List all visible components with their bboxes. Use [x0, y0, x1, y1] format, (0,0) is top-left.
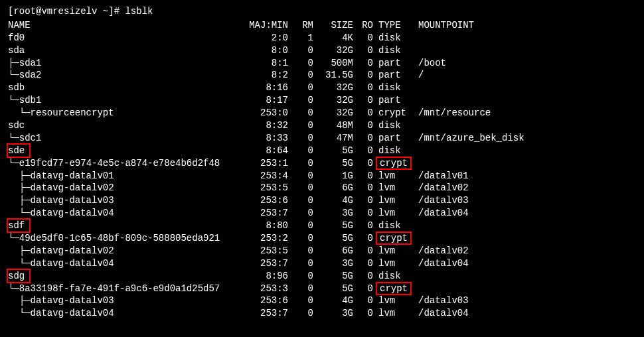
- cell-ro: 0: [357, 283, 377, 295]
- table-row: sdf8:8005G0disk: [8, 220, 636, 232]
- device-name: datavg-datalv01: [31, 170, 114, 181]
- header-ro: RO: [357, 19, 377, 32]
- highlight-box: crypt: [376, 157, 412, 170]
- device-name: datavg-datalv02: [31, 245, 114, 256]
- cell-rm: 0: [292, 232, 317, 245]
- cell-size: 5G: [317, 157, 357, 170]
- table-row: sde8:6405G0disk: [8, 145, 636, 157]
- lsblk-rows: fd02:014K0disksda8:0032G0disk├─sda18:105…: [8, 32, 636, 320]
- cell-name: fd0: [8, 32, 247, 44]
- cell-majmin: 8:80: [247, 220, 292, 232]
- cell-majmin: 253:6: [247, 194, 292, 207]
- device-name: sdg: [8, 271, 25, 281]
- cell-majmin: 8:32: [247, 119, 292, 132]
- device-name: sdc1: [19, 133, 42, 143]
- cell-rm: 0: [292, 295, 317, 307]
- table-row: sdc8:32048M0disk: [8, 119, 636, 132]
- cell-ro: 0: [357, 245, 377, 257]
- cell-name: └─resourceencrypt: [8, 107, 247, 119]
- cell-mount: [414, 119, 636, 132]
- cell-majmin: 253:7: [247, 307, 292, 320]
- cell-type: lvm: [377, 182, 414, 194]
- cell-rm: 0: [292, 270, 317, 283]
- cell-mount: [414, 157, 636, 170]
- cell-name: ├─datavg-datalv03: [8, 194, 247, 207]
- cell-name: └─49de5df0-1c65-48bf-809c-588805eda921: [8, 232, 247, 245]
- cell-size: 31.5G: [317, 69, 357, 82]
- cell-name: └─datavg-datalv04: [8, 307, 247, 320]
- table-row: ├─datavg-datalv03253:604G0lvm/datalv03: [8, 194, 636, 207]
- device-name: sde: [8, 145, 25, 156]
- cell-name: ├─sda1: [8, 57, 247, 70]
- header-rm: RM: [292, 19, 317, 32]
- cell-size: 5G: [317, 145, 357, 157]
- cell-ro: 0: [357, 182, 377, 194]
- shell-prompt: [root@vmresizelv ~]# lsblk: [8, 5, 636, 18]
- table-row: └─49de5df0-1c65-48bf-809c-588805eda92125…: [8, 232, 636, 245]
- cell-majmin: 253:2: [247, 232, 292, 245]
- cell-mount: /datalv03: [414, 295, 636, 307]
- cell-ro: 0: [357, 270, 377, 283]
- device-name: 49de5df0-1c65-48bf-809c-588805eda921: [19, 233, 220, 243]
- header-type: TYPE: [377, 19, 414, 32]
- device-name: sdb: [8, 82, 25, 93]
- cell-size: 5G: [317, 283, 357, 295]
- cell-type: lvm: [377, 207, 414, 220]
- header-size: SIZE: [317, 19, 357, 32]
- cell-type: crypt: [377, 157, 414, 170]
- cell-ro: 0: [357, 57, 377, 70]
- device-name: sda: [8, 45, 25, 56]
- tree-prefix: ├─: [8, 245, 31, 256]
- tree-prefix: └─: [8, 158, 19, 168]
- table-row: └─datavg-datalv04253:703G0lvm/datalv04: [8, 257, 636, 270]
- cell-majmin: 8:33: [247, 132, 292, 145]
- cell-size: 5G: [317, 232, 357, 245]
- device-name: datavg-datalv04: [31, 258, 114, 269]
- cell-rm: 0: [292, 207, 317, 220]
- cell-type: crypt: [377, 107, 414, 119]
- cell-size: 3G: [317, 257, 357, 270]
- cell-ro: 0: [357, 145, 377, 157]
- table-row: ├─datavg-datalv02253:506G0lvm/datalv02: [8, 245, 636, 257]
- table-row: ├─sda18:10500M0part/boot: [8, 57, 636, 70]
- cell-rm: 0: [292, 82, 317, 94]
- cell-mount: /datalv04: [414, 307, 636, 320]
- cell-ro: 0: [357, 307, 377, 320]
- tree-prefix: ├─: [8, 182, 31, 193]
- table-row: ├─datavg-datalv01253:401G0lvm/datalv01: [8, 170, 636, 182]
- cell-type: part: [377, 57, 414, 70]
- cell-type: disk: [377, 119, 414, 132]
- cell-ro: 0: [357, 107, 377, 119]
- table-row: sda8:0032G0disk: [8, 44, 636, 57]
- cell-type: part: [377, 132, 414, 145]
- cell-type: disk: [377, 220, 414, 232]
- cell-type: crypt: [377, 232, 414, 245]
- cell-name: ├─datavg-datalv02: [8, 182, 247, 194]
- cell-size: 4K: [317, 32, 357, 44]
- cell-type: lvm: [377, 245, 414, 257]
- table-row: fd02:014K0disk: [8, 32, 636, 44]
- header-name: NAME: [8, 19, 247, 32]
- cell-type: part: [377, 94, 414, 107]
- cell-majmin: 253:5: [247, 182, 292, 194]
- cell-mount: /mnt/resource: [414, 107, 636, 119]
- cell-majmin: 253:1: [247, 157, 292, 170]
- tree-prefix: └─: [8, 107, 31, 118]
- cell-size: 500M: [317, 57, 357, 70]
- tree-prefix: └─: [8, 95, 19, 105]
- cell-rm: 0: [292, 220, 317, 232]
- table-row: └─sda28:2031.5G0part/: [8, 69, 636, 82]
- cell-size: 32G: [317, 107, 357, 119]
- device-name: resourceencrypt: [31, 107, 114, 118]
- cell-majmin: 253:3: [247, 283, 292, 295]
- table-row: └─e19fcd77-e974-4e5c-a874-e78e4b6d2f4825…: [8, 157, 636, 170]
- cell-majmin: 253:4: [247, 170, 292, 182]
- cell-ro: 0: [357, 82, 377, 94]
- cell-rm: 0: [292, 107, 317, 119]
- cell-ro: 0: [357, 257, 377, 270]
- device-name: sda2: [19, 70, 42, 80]
- cell-type: disk: [377, 32, 414, 44]
- cell-size: 3G: [317, 307, 357, 320]
- cell-mount: [414, 82, 636, 94]
- cell-mount: /datalv04: [414, 207, 636, 220]
